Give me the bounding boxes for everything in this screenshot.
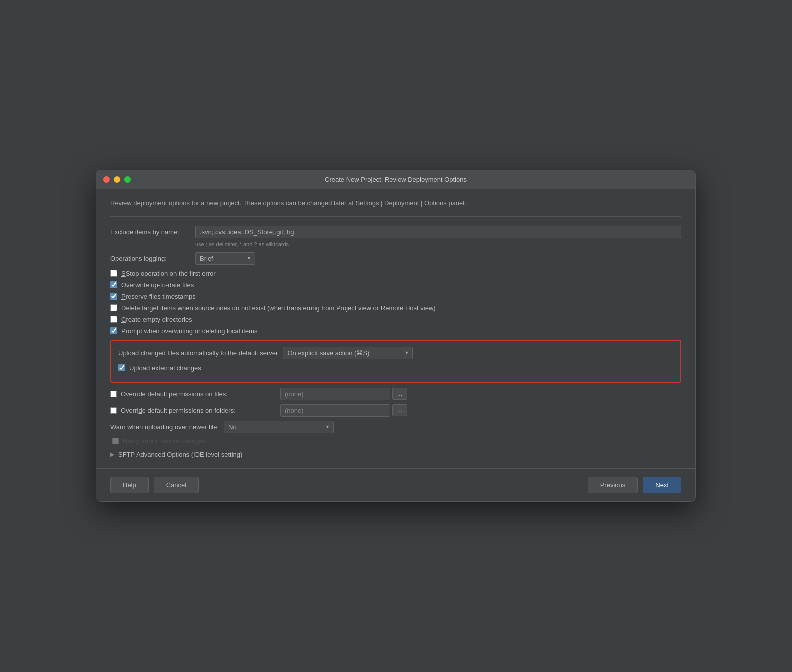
- warn-label: Warn when uploading over newer file:: [110, 424, 219, 431]
- overwrite-uptodate-checkbox[interactable]: [110, 282, 118, 288]
- exclude-label: Exclude items by name:: [110, 228, 190, 236]
- overwrite-uptodate-label: Overwrite up-to-date files: [122, 282, 194, 289]
- create-empty-dirs-label: Create empty directories: [122, 316, 192, 324]
- permissions-folders-checkbox[interactable]: [110, 408, 117, 414]
- operations-logging-select-wrapper: Brief Verbose None: [196, 252, 256, 265]
- title-bar: Create New Project: Review Deployment Op…: [96, 170, 696, 190]
- permissions-files-checkbox[interactable]: [110, 391, 117, 398]
- navigation-buttons: Previous Next: [588, 477, 682, 494]
- exclude-hint: use ; as delimiter, * and ? as wildcards: [196, 242, 682, 248]
- notify-remote-row: Notify about remote changes: [110, 438, 682, 445]
- description-text: Review deployment options for a new proj…: [110, 198, 682, 217]
- cancel-button[interactable]: Cancel: [154, 477, 199, 494]
- create-empty-dirs-row: Create empty directories: [110, 316, 682, 324]
- warn-select[interactable]: No Yes: [224, 421, 334, 434]
- dialog-window: Create New Project: Review Deployment Op…: [96, 170, 696, 502]
- warn-select-wrapper: No Yes: [224, 421, 334, 434]
- window-controls: [104, 176, 131, 183]
- help-button[interactable]: Help: [110, 477, 149, 494]
- exclude-input[interactable]: [196, 226, 682, 238]
- overwrite-uptodate-row: Overwrite up-to-date files: [110, 282, 682, 289]
- preserve-timestamps-row: Preserve files timestamps: [110, 293, 682, 300]
- warn-row: Warn when uploading over newer file: No …: [110, 421, 682, 434]
- upload-auto-row: Upload changed files automatically to th…: [118, 347, 674, 360]
- permissions-folders-right: ...: [280, 404, 408, 417]
- create-empty-dirs-checkbox[interactable]: [110, 316, 118, 323]
- permissions-folders-input[interactable]: [280, 404, 390, 417]
- permissions-files-browse-button[interactable]: ...: [392, 388, 408, 400]
- operations-logging-label: Operations logging:: [110, 255, 190, 262]
- upload-external-row: Upload external changes: [118, 364, 674, 372]
- delete-target-checkbox[interactable]: [110, 304, 118, 312]
- stop-on-error-checkbox[interactable]: [110, 270, 118, 277]
- preserve-timestamps-checkbox[interactable]: [110, 293, 118, 300]
- permissions-folders-row: Override default permissions on folders:…: [110, 404, 682, 417]
- prompt-overwriting-label: Prompt when overwriting or deleting loca…: [122, 328, 258, 335]
- delete-target-label: Delete target items when source ones do …: [122, 304, 436, 312]
- close-button[interactable]: [104, 176, 110, 183]
- bottom-bar: Help Cancel Previous Next: [96, 468, 696, 502]
- prompt-overwriting-row: Prompt when overwriting or deleting loca…: [110, 328, 682, 335]
- permissions-files-row: Override default permissions on files: .…: [110, 388, 682, 400]
- permissions-folders-left: Override default permissions on folders:: [110, 407, 280, 414]
- operations-logging-select[interactable]: Brief Verbose None: [196, 252, 256, 265]
- permissions-files-input[interactable]: [280, 388, 390, 400]
- upload-auto-select-wrapper: On explicit save action (⌘S) Always Neve…: [283, 347, 413, 360]
- upload-auto-label: Upload changed files automatically to th…: [118, 350, 278, 357]
- prompt-overwriting-checkbox[interactable]: [110, 328, 118, 334]
- stop-on-error-row: SStop operation on the first error: [110, 270, 682, 278]
- preserve-timestamps-label: Preserve files timestamps: [122, 293, 196, 300]
- window-title: Create New Project: Review Deployment Op…: [325, 176, 467, 184]
- permissions-folders-browse-button[interactable]: ...: [392, 404, 408, 416]
- notify-remote-checkbox: [112, 438, 119, 444]
- permissions-files-label: Override default permissions on files:: [121, 390, 228, 398]
- minimize-button[interactable]: [114, 176, 120, 183]
- dialog-content: Review deployment options for a new proj…: [96, 190, 696, 468]
- exclude-row: Exclude items by name:: [110, 226, 682, 238]
- upload-auto-select[interactable]: On explicit save action (⌘S) Always Neve…: [283, 347, 413, 360]
- previous-button[interactable]: Previous: [588, 477, 638, 494]
- operations-logging-row: Operations logging: Brief Verbose None: [110, 252, 682, 265]
- sftp-arrow-icon: ▶: [110, 452, 114, 458]
- permissions-files-right: ...: [280, 388, 408, 400]
- upload-external-label: Upload external changes: [130, 364, 202, 372]
- maximize-button[interactable]: [124, 176, 131, 183]
- upload-external-checkbox[interactable]: [118, 364, 126, 372]
- upload-auto-section: Upload changed files automatically to th…: [110, 340, 682, 383]
- sftp-row[interactable]: ▶ SFTP Advanced Options (IDE level setti…: [110, 451, 682, 458]
- stop-on-error-label: SStop operation on the first error: [122, 270, 216, 278]
- sftp-label: SFTP Advanced Options (IDE level setting…: [118, 451, 242, 458]
- notify-remote-label: Notify about remote changes: [123, 438, 206, 445]
- next-button[interactable]: Next: [643, 477, 682, 494]
- delete-target-row: Delete target items when source ones do …: [110, 304, 682, 312]
- permissions-folders-label: Override default permissions on folders:: [121, 407, 236, 414]
- permissions-files-left: Override default permissions on files:: [110, 390, 280, 398]
